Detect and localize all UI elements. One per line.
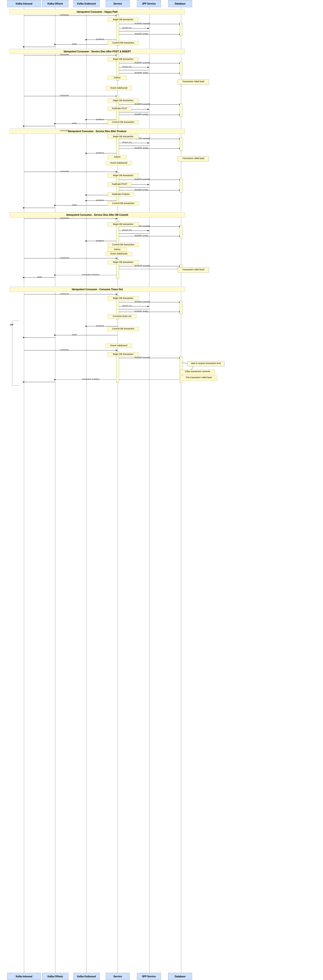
msg-begin-db-s3-2: Begin DB transaction	[108, 173, 139, 178]
msg-event-redelivered-s5: Event redelivered	[106, 344, 132, 348]
label-produce-s3-1: produce	[96, 151, 104, 154]
par-label: par	[10, 323, 13, 326]
note-transaction-rolled-back-s2: Transaction rolled back	[178, 79, 209, 84]
label-consume-s2-2: consume	[60, 94, 69, 97]
label-insert-eventid-s5-1: INSERT eventid	[134, 301, 150, 303]
footer-kafka-inbound: Kafka Inbound	[7, 973, 41, 980]
label-insert-entity-s1: INSERT entity	[134, 33, 148, 35]
activation-s1-db	[180, 23, 183, 36]
label-insert-eventid-s5-2: INSERT eventid	[134, 356, 150, 359]
msg-duplicate-post-s3: Duplicate POST	[108, 182, 132, 186]
msg-begin-db-s3-1: Begin DB transaction	[108, 135, 139, 139]
label-insert-eventid-s1: INSERT eventid	[134, 22, 150, 25]
label-consume-s5-1: consume	[60, 293, 69, 295]
section-2-header: Idempotent Consumer - Service Dies After…	[10, 49, 185, 54]
label-write-s1: write	[72, 43, 76, 45]
label-write-s4: write	[37, 276, 42, 278]
msg-duplicate-post-s2: Duplicate POST	[108, 107, 132, 111]
label-post-v1-s5: POST /v1	[123, 305, 132, 307]
activation-s3-db-1	[180, 137, 183, 151]
label-insert-entity-s5: INSERT entity	[134, 310, 148, 313]
lifeline-jpp-service: 3PP Service	[137, 0, 161, 7]
label-produce-s4-1: produce	[96, 240, 104, 242]
msg-begin-db-s5-2: Begin DB transaction	[108, 352, 139, 356]
section-5-header: Idempotent Consumer - Consume Times Out	[10, 286, 185, 292]
label-post-v1-s3-1: POST /v1	[123, 141, 132, 144]
note-wait-transaction-lock: Wait to acquire transaction lock	[187, 361, 224, 366]
section-1-header: Idempotent Consumer - Happy Path	[10, 9, 185, 14]
label-post-v1-s2-1: POST /v1	[123, 65, 132, 68]
lifeline-service: Service	[106, 0, 130, 7]
msg-begin-db-s4-2: Begin DB transaction	[108, 260, 139, 264]
label-consume-s5-2: consume	[60, 348, 69, 351]
label-produce-s2: produce	[96, 118, 104, 121]
lifeline-database: Database	[168, 0, 192, 7]
label-produce-s5: produce	[96, 325, 104, 327]
activation-s3-db-2	[180, 178, 183, 192]
footer-database: Database	[168, 973, 192, 980]
footer-jpp-service: 3PP Service	[137, 973, 161, 980]
lifeline-kafka-offsets: Kafka Offsets	[42, 0, 68, 7]
msg-commit-db-s3: Commit DB transaction	[108, 201, 139, 206]
label-post-v1-s1: POST /v1	[123, 27, 132, 29]
label-consume-s4-1: consume	[60, 217, 69, 220]
footer-service: Service	[106, 973, 130, 980]
msg-commit-db-s2: Commit DB transaction	[108, 120, 139, 124]
msg-begin-db-s2-1: Begin DB transaction	[108, 57, 139, 62]
lifeline-kafka-outbound: Kafka Outbound	[73, 0, 100, 7]
label-insert-entity-s2-2: INSERT entity	[134, 113, 148, 116]
label-produce-s1: produce	[96, 38, 104, 40]
msg-begin-db-s5-1: Begin DB transaction	[108, 296, 139, 301]
label-consume-s3-1: consume	[60, 129, 69, 132]
label-insert-eventid-s2-2: INSERT eventid	[134, 103, 150, 105]
diagram-container: Kafka Inbound Kafka Offsets Kafka Outbou…	[0, 0, 323, 980]
msg-duplicate-produce-s3: Duplicate Produce	[108, 192, 134, 197]
msg-other-transaction-commits: Other transaction commits	[180, 369, 215, 375]
msg-event-redelivered-s2: Event redelivered	[106, 86, 132, 90]
label-insert-eventid-s3-2: INSERT eventid	[134, 178, 150, 180]
label-consume-s1: consume	[60, 14, 69, 16]
note-transaction-rolled-back-s4: Transaction rolled back	[178, 267, 209, 273]
label-write-s3: write	[72, 204, 76, 206]
label-constraint-violation-s5: constraint violation	[82, 378, 100, 380]
label-insert-eventid-s2-1: INSERT eventid	[134, 62, 150, 64]
activation-s4-db-1	[180, 225, 183, 238]
label-insert-entity-s4: INSERT entity	[134, 234, 148, 237]
section-3-header: Idempotent Consumer - Service Dies After…	[10, 129, 185, 134]
activation-s5-db-1	[180, 301, 183, 314]
label-write-s2: write	[72, 122, 76, 124]
msg-commit-db-s5: Commit DB transaction	[108, 327, 139, 331]
label-consume-s3-2: consume	[60, 170, 69, 172]
label-constraint-violation-s4: constraint violation	[82, 274, 100, 276]
msg-event-redelivered-s3: Event redelivered	[106, 161, 132, 165]
label-insert-entity-s3-2: INSERT entity	[134, 189, 148, 191]
activation-s2-db-2	[180, 103, 183, 116]
lifeline-kafka-inbound: Kafka Inbound	[7, 0, 41, 7]
msg-begin-db-s2-2: Begin DB transaction	[108, 99, 139, 103]
msg-commit-db-s4-1: Commit DB transaction	[108, 243, 139, 247]
label-write-s5: write	[72, 334, 76, 336]
section-4-header: Idempotent Consumer - Service Dies After…	[10, 212, 185, 218]
label-insert-eventid-s4-2: INSERT eventid	[134, 264, 150, 267]
label-produce-s3-2: produce	[96, 199, 104, 201]
label-consume-s2-1: consume	[60, 53, 69, 56]
note-transaction-rolled-back-s3: Transaction rolled back	[178, 156, 209, 161]
msg-failure-s4: Failure	[108, 247, 127, 252]
label-post-v1-s4: POST /v1	[123, 229, 132, 231]
par-bracket	[12, 321, 19, 386]
msg-event-redelivered-s4: Event redelivered	[106, 252, 132, 256]
footer-kafka-offsets: Kafka Offsets	[42, 973, 68, 980]
msg-failure-s2: Failure	[108, 76, 127, 80]
label-insert-entity-s2-1: INSERT entity	[134, 72, 148, 74]
footer-kafka-outbound: Kafka Outbound	[73, 973, 100, 980]
label-insert-entity-s3-1: INSERT entity	[134, 147, 148, 149]
msg-begin-db-s4-1: Begin DB transaction	[108, 222, 139, 227]
msg-commit-db-s1: Commit DB transaction	[108, 41, 139, 45]
msg-consume-times-out: Consume times out	[108, 314, 137, 318]
activation-s2-db-1	[180, 62, 183, 75]
msg-begin-db-transaction-s1: Begin DB transaction	[108, 18, 139, 22]
label-consume-s4-2: consume	[60, 256, 69, 259]
msg-failure-s3: Failure	[108, 155, 127, 159]
msg-this-transaction-rolled-back: This transaction rolled back	[180, 375, 217, 381]
